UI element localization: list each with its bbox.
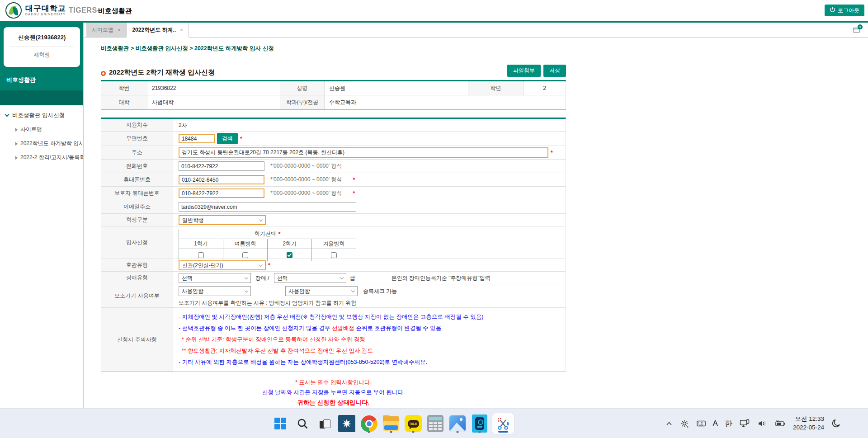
tab-label: 사이트맵	[92, 26, 113, 34]
tray-chevron-up-icon[interactable]	[665, 419, 673, 428]
student-info-table: 학번 21936822 성명 신승원 학년 2 대학 사범대학 학과(부)/전공…	[101, 80, 566, 110]
chrome-icon[interactable]	[359, 413, 379, 434]
application-form-table: 지원차수 2차 우편번호 검색 * 주소 * 전화번호	[101, 118, 566, 372]
clock-date: 2022-05-24	[793, 424, 824, 432]
photos-icon[interactable]	[448, 413, 467, 434]
snipping-tool-icon[interactable]	[492, 413, 514, 434]
email-input[interactable]	[179, 202, 356, 212]
save-button[interactable]: 저장	[543, 65, 566, 77]
aid-device-value-2: 사용안함	[288, 287, 310, 295]
ime-settings-gear-icon[interactable]: s	[680, 419, 689, 429]
task-view-icon[interactable]	[315, 413, 335, 434]
grade-value: 2	[524, 81, 566, 95]
kakaotalk-icon[interactable]: TALK	[403, 413, 423, 434]
system-tray: s A 한 오전 12:33 2022-05-24	[665, 409, 868, 438]
apply-label: 입사신청	[101, 226, 173, 259]
triangle-right-icon	[15, 142, 18, 146]
required-asterisk: *	[268, 262, 270, 268]
dept-value: 수학교육과	[325, 95, 566, 109]
dorm-type-select[interactable]: 신관(2인실-단기)	[179, 260, 266, 270]
disability-type-label: 장애유형	[101, 272, 173, 284]
logout-button[interactable]: 로그아웃	[825, 5, 864, 16]
battery-charging-icon[interactable]	[774, 419, 786, 429]
disability-type-select[interactable]: 선택	[179, 273, 251, 283]
sidebar-item-label: 2022학년도 하계방학 입사	[20, 140, 83, 147]
required-asterisk: *	[353, 190, 355, 197]
dorm-type-value: 신관(2인실-단기)	[182, 262, 223, 269]
chevron-down-icon	[340, 275, 343, 279]
zipcode-label: 우편번호	[101, 132, 173, 146]
tab-bar: 사이트맵 × 2022학년도 하계.. × x	[84, 23, 868, 38]
grade-label: 학년	[468, 81, 524, 95]
aid-multi-note: 중복체크 가능	[363, 287, 397, 295]
winter-checkbox[interactable]	[331, 252, 337, 258]
sidebar-item-summer-application[interactable]: 2022학년도 하계방학 입사	[15, 140, 83, 147]
college-label: 대학	[101, 95, 147, 109]
file-explorer-icon[interactable]	[381, 413, 401, 434]
form-footer-messages: * 표시는 필수 입력사항입니다. 신청 날짜와 시간은 저장을 누르면 자동으…	[101, 379, 566, 407]
applied-status-note: 귀하는 신청한 상태입니다.	[101, 399, 566, 407]
clock-time: 오전 12:33	[793, 415, 824, 424]
sidebar-item-result-bill[interactable]: 2022-2 합격/고지서/등록확	[15, 154, 83, 161]
email-label: 이메일주소	[101, 200, 173, 213]
required-asterisk: *	[278, 231, 281, 237]
university-name: 대구대학교	[25, 5, 66, 12]
tab-sitemap[interactable]: 사이트맵 ×	[86, 23, 126, 37]
form-content: 2022학년도 2학기 재학생 입사신청 파일첨부 저장 학번 21936822…	[101, 65, 566, 407]
taskbar-clock[interactable]: 오전 12:33 2022-05-24	[793, 415, 824, 432]
address-input[interactable]	[179, 147, 548, 158]
focus-assist-moon-icon[interactable]	[831, 418, 842, 429]
calculator-icon[interactable]	[425, 413, 445, 434]
guardian-mobile-label: 보호자 휴대폰번호	[101, 187, 173, 200]
ink-app-icon[interactable]	[337, 413, 357, 434]
zipcode-input[interactable]	[179, 134, 215, 143]
windows-taskbar: TALK s	[0, 408, 868, 438]
chevron-down-icon	[5, 113, 9, 117]
close-all-tabs-icon[interactable]: x	[853, 26, 862, 33]
student-name-value: 신승원	[325, 81, 468, 95]
breadcrumb: 비호생활관 > 비호생활관 입사신청 > 2022학년도 하계방학 입사 신청	[101, 45, 868, 52]
semester-2-checkbox[interactable]	[287, 252, 292, 258]
notice-label: 신청시 주의사항	[101, 308, 173, 372]
tab-summer-application[interactable]: 2022학년도 하계.. ×	[126, 23, 189, 38]
mobile-format-hint: *'000-0000-0000 ~ 0000' 형식	[270, 176, 342, 184]
page-title: 2022학년도 2학기 재학생 입사신청	[109, 68, 215, 77]
aid-device-select-1[interactable]: 사용안함	[179, 286, 251, 296]
menu-root-dorm-application[interactable]: 비호생활관 입사신청	[5, 112, 83, 119]
sidebar-item-sitemap[interactable]: 사이트맵	[15, 126, 83, 133]
dept-label: 학과(부)/전공	[280, 95, 325, 109]
student-name-label: 성명	[280, 81, 325, 95]
disability-mid-text: 장애 /	[255, 274, 269, 282]
mobile-label: 휴대폰번호	[101, 173, 173, 186]
start-button-icon[interactable]	[270, 413, 290, 434]
user-name: 신승원(21936822)	[4, 33, 80, 42]
touch-keyboard-icon[interactable]	[696, 419, 706, 429]
zipcode-search-button[interactable]: 검색	[217, 133, 238, 144]
semester-1-checkbox[interactable]	[198, 252, 204, 258]
sidebar-section-title[interactable]: 비호생활관	[6, 76, 36, 84]
aid-device-select-2[interactable]: 사용안함	[285, 286, 358, 296]
certificate-app-icon[interactable]	[470, 413, 490, 434]
volume-icon[interactable]	[757, 418, 768, 429]
network-display-icon[interactable]	[739, 418, 750, 429]
semester-select-table: 학기선택 * 1학기 여름방학	[179, 229, 356, 261]
disability-grade-select[interactable]: 선택	[274, 273, 346, 283]
logout-label: 로그아웃	[838, 7, 859, 14]
mobile-input[interactable]	[179, 175, 264, 184]
tab-close-icon[interactable]: ×	[118, 27, 120, 33]
chevron-down-icon	[245, 288, 248, 292]
sidebar-header: 신승원(21936822) 재학생 비호생활관	[0, 23, 83, 90]
student-type-label: 학생구분	[101, 214, 173, 226]
guardian-mobile-input[interactable]	[179, 188, 264, 198]
winter-label: 겨울방학	[312, 239, 356, 249]
ime-latin-indicator[interactable]: A	[713, 419, 718, 428]
ime-korean-indicator[interactable]: 한	[725, 419, 732, 429]
semester-2-label: 2학기	[268, 239, 311, 249]
search-icon[interactable]	[292, 413, 312, 434]
file-attach-button[interactable]: 파일첨부	[507, 65, 541, 77]
student-type-select[interactable]: 일반학생	[179, 215, 266, 225]
tab-close-icon[interactable]: ×	[180, 27, 183, 33]
summer-checkbox[interactable]	[242, 252, 248, 258]
phone-input[interactable]	[179, 161, 264, 171]
university-name-en: DAEGU UNIVERSITY	[25, 13, 66, 16]
